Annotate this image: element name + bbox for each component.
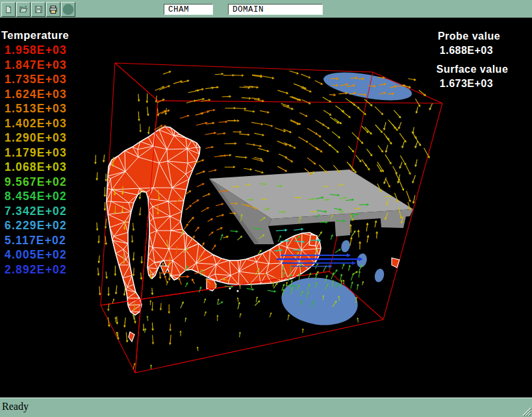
svg-text:1.179E+03: 1.179E+03 [5, 146, 67, 159]
svg-text:1.958E+03: 1.958E+03 [5, 44, 67, 57]
svg-text:9.567E+02: 9.567E+02 [5, 175, 67, 188]
svg-text:8.454E+02: 8.454E+02 [5, 190, 67, 203]
svg-text:1.688E+03: 1.688E+03 [440, 45, 493, 56]
svg-text:1.624E+03: 1.624E+03 [5, 88, 67, 101]
svg-text:Surface value: Surface value [437, 64, 509, 75]
svg-text:2.892E+02: 2.892E+02 [5, 263, 67, 276]
svg-text:Probe value: Probe value [438, 31, 500, 42]
svg-text:4.005E+02: 4.005E+02 [5, 248, 67, 261]
svg-text:5.117E+02: 5.117E+02 [5, 234, 66, 247]
svg-text:1.068E+03: 1.068E+03 [5, 160, 67, 173]
svg-text:1.513E+03: 1.513E+03 [5, 102, 67, 115]
svg-text:1.735E+03: 1.735E+03 [5, 73, 67, 86]
svg-text:Temperature: Temperature [1, 29, 69, 41]
svg-text:7.342E+02: 7.342E+02 [5, 205, 67, 218]
svg-text:1.290E+03: 1.290E+03 [5, 131, 67, 144]
svg-text:6.229E+02: 6.229E+02 [5, 219, 67, 232]
svg-text:1.402E+03: 1.402E+03 [5, 117, 67, 130]
svg-text:1.673E+03: 1.673E+03 [440, 78, 493, 89]
svg-text:1.847E+03: 1.847E+03 [5, 58, 67, 71]
